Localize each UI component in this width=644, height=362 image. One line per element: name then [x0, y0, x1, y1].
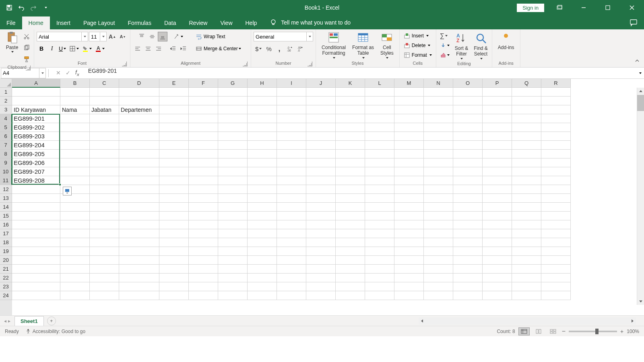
- cell-H19[interactable]: [248, 247, 277, 256]
- cell-H24[interactable]: [248, 291, 277, 300]
- cell-N19[interactable]: [424, 247, 453, 256]
- cell-B17[interactable]: [60, 229, 90, 238]
- cell-D4[interactable]: [119, 114, 159, 123]
- cell-R24[interactable]: [541, 291, 571, 300]
- horizontal-scrollbar[interactable]: [419, 317, 636, 325]
- cell-H9[interactable]: [248, 158, 277, 167]
- cell-N14[interactable]: [424, 203, 453, 212]
- cell-J5[interactable]: [306, 123, 336, 132]
- cell-J13[interactable]: [306, 194, 336, 203]
- formula-input[interactable]: EG899-201: [85, 68, 636, 78]
- cell-G17[interactable]: [218, 229, 248, 238]
- cell-G23[interactable]: [218, 282, 248, 291]
- cell-I16[interactable]: [277, 220, 306, 229]
- row-header-2[interactable]: 2: [0, 97, 12, 105]
- tab-home[interactable]: Home: [22, 16, 50, 29]
- cell-C20[interactable]: [90, 256, 119, 265]
- tab-page-layout[interactable]: Page Layout: [77, 16, 122, 29]
- cell-E24[interactable]: [159, 291, 189, 300]
- row-header-6[interactable]: 6: [0, 132, 12, 141]
- cell-Q17[interactable]: [512, 229, 541, 238]
- cell-B2[interactable]: [60, 97, 90, 105]
- cell-L21[interactable]: [365, 265, 394, 274]
- cell-D6[interactable]: [119, 132, 159, 141]
- cell-K11[interactable]: [336, 176, 365, 185]
- col-header-Q[interactable]: Q: [512, 79, 541, 88]
- cell-N24[interactable]: [424, 291, 453, 300]
- cell-F6[interactable]: [189, 132, 218, 141]
- autosum-icon[interactable]: ∑: [439, 31, 449, 41]
- cell-L14[interactable]: [365, 203, 394, 212]
- cell-A24[interactable]: [12, 291, 60, 300]
- cell-G15[interactable]: [218, 212, 248, 220]
- cell-P5[interactable]: [483, 123, 512, 132]
- row-header-18[interactable]: 18: [0, 238, 12, 247]
- cell-N13[interactable]: [424, 194, 453, 203]
- cell-E14[interactable]: [159, 203, 189, 212]
- cell-F11[interactable]: [189, 176, 218, 185]
- cell-F8[interactable]: [189, 150, 218, 158]
- cell-M13[interactable]: [394, 194, 424, 203]
- cell-D24[interactable]: [119, 291, 159, 300]
- cell-R6[interactable]: [541, 132, 571, 141]
- percent-format-icon[interactable]: %: [264, 44, 274, 53]
- cell-Q11[interactable]: [512, 176, 541, 185]
- cell-B18[interactable]: [60, 238, 90, 247]
- cell-N16[interactable]: [424, 220, 453, 229]
- cell-F10[interactable]: [189, 167, 218, 176]
- cell-M21[interactable]: [394, 265, 424, 274]
- cell-H2[interactable]: [248, 97, 277, 105]
- scroll-left-icon[interactable]: [419, 317, 426, 325]
- cell-Q20[interactable]: [512, 256, 541, 265]
- cell-H6[interactable]: [248, 132, 277, 141]
- merge-center-button[interactable]: Merge & Center: [193, 44, 244, 53]
- cell-P21[interactable]: [483, 265, 512, 274]
- cell-R13[interactable]: [541, 194, 571, 203]
- row-headers[interactable]: 123456789101112131415161718192021222324: [0, 88, 12, 315]
- cell-M6[interactable]: [394, 132, 424, 141]
- cell-N7[interactable]: [424, 141, 453, 150]
- cell-O11[interactable]: [453, 176, 483, 185]
- cell-P11[interactable]: [483, 176, 512, 185]
- cell-P16[interactable]: [483, 220, 512, 229]
- cell-C6[interactable]: [90, 132, 119, 141]
- cell-D21[interactable]: [119, 265, 159, 274]
- cell-P13[interactable]: [483, 194, 512, 203]
- align-left-icon[interactable]: [133, 44, 142, 53]
- cell-D23[interactable]: [119, 282, 159, 291]
- cell-D13[interactable]: [119, 194, 159, 203]
- cell-O13[interactable]: [453, 194, 483, 203]
- cell-J24[interactable]: [306, 291, 336, 300]
- cell-L15[interactable]: [365, 212, 394, 220]
- increase-font-icon[interactable]: A▲: [107, 32, 117, 41]
- cell-H1[interactable]: [248, 88, 277, 97]
- cell-F5[interactable]: [189, 123, 218, 132]
- row-header-24[interactable]: 24: [0, 291, 12, 300]
- cell-H18[interactable]: [248, 238, 277, 247]
- cell-P12[interactable]: [483, 185, 512, 194]
- cell-L17[interactable]: [365, 229, 394, 238]
- cell-R20[interactable]: [541, 256, 571, 265]
- cell-I1[interactable]: [277, 88, 306, 97]
- cell-K18[interactable]: [336, 238, 365, 247]
- cell-J1[interactable]: [306, 88, 336, 97]
- minimize-icon[interactable]: [575, 0, 592, 15]
- decrease-font-icon[interactable]: A▼: [118, 32, 128, 41]
- cell-D16[interactable]: [119, 220, 159, 229]
- cell-K23[interactable]: [336, 282, 365, 291]
- cell-O16[interactable]: [453, 220, 483, 229]
- row-header-20[interactable]: 20: [0, 256, 12, 265]
- insert-cells-button[interactable]: Insert: [402, 31, 430, 41]
- cell-J7[interactable]: [306, 141, 336, 150]
- cell-P3[interactable]: [483, 105, 512, 114]
- cell-E23[interactable]: [159, 282, 189, 291]
- close-icon[interactable]: [623, 0, 641, 15]
- cell-C19[interactable]: [90, 247, 119, 256]
- cell-H20[interactable]: [248, 256, 277, 265]
- col-header-A[interactable]: A: [12, 79, 60, 88]
- cell-G9[interactable]: [218, 158, 248, 167]
- cell-J12[interactable]: [306, 185, 336, 194]
- scroll-right-icon[interactable]: [629, 317, 636, 325]
- zoom-out-button[interactable]: −: [562, 328, 566, 335]
- cell-Q12[interactable]: [512, 185, 541, 194]
